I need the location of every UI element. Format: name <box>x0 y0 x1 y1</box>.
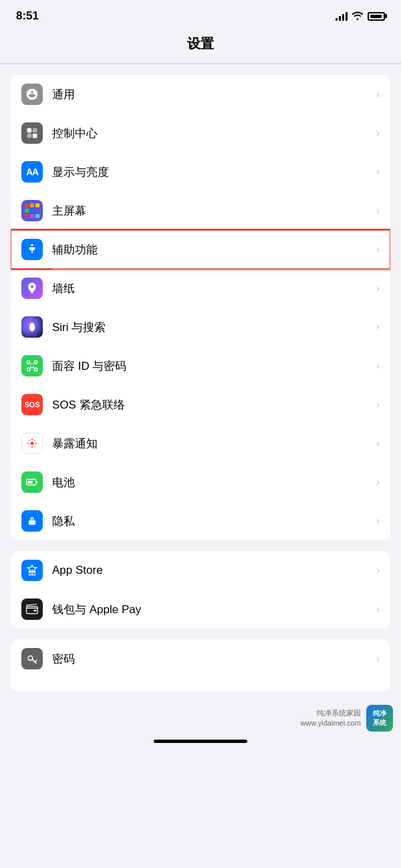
settings-row-general[interactable]: 通用 › <box>11 75 390 114</box>
general-chevron: › <box>376 88 380 100</box>
control-center-label: 控制中心 <box>52 126 371 141</box>
status-bar: 8:51 <box>0 0 401 29</box>
control-center-icon <box>21 122 43 144</box>
home-indicator <box>154 740 247 743</box>
accessibility-icon <box>21 239 43 260</box>
faceid-label: 面容 ID 与密码 <box>52 358 371 374</box>
watermark-text: 纯净系统家园 www.yidaimei.com <box>301 708 361 729</box>
settings-group-1: 通用 › 控制中心 › AA 显示与亮度 › <box>11 75 390 540</box>
faceid-icon <box>21 355 43 376</box>
status-time: 8:51 <box>16 9 39 23</box>
settings-row-faceid[interactable]: 面容 ID 与密码 › <box>11 346 390 385</box>
siri-icon <box>21 316 43 338</box>
svg-rect-3 <box>33 134 37 138</box>
exposure-label: 暴露通知 <box>52 436 371 451</box>
settings-row-display[interactable]: AA 显示与亮度 › <box>11 152 390 191</box>
svg-point-16 <box>27 443 29 445</box>
wallpaper-icon <box>21 278 43 299</box>
watermark-logo: 纯净系统 <box>366 705 393 732</box>
exposure-chevron: › <box>376 437 380 449</box>
display-label: 显示与亮度 <box>52 165 371 180</box>
privacy-icon <box>21 510 43 532</box>
accessibility-label: 辅助功能 <box>52 242 371 257</box>
settings-row-appstore[interactable]: App Store › <box>11 551 390 590</box>
wifi-icon <box>352 11 364 22</box>
watermark-line2: www.yidaimei.com <box>301 718 361 728</box>
svg-point-18 <box>29 440 30 441</box>
battery-icon <box>368 12 385 21</box>
signal-icon <box>336 11 348 21</box>
settings-group-2: App Store › 钱包与 Apple Pay › <box>11 551 390 629</box>
display-chevron: › <box>376 166 380 178</box>
password-label: 密码 <box>52 651 371 667</box>
svg-point-14 <box>31 439 33 441</box>
appstore-label: App Store <box>52 564 371 577</box>
page-title: 设置 <box>0 29 401 64</box>
appstore-chevron: › <box>376 564 380 576</box>
privacy-label: 隐私 <box>52 514 371 529</box>
svg-point-17 <box>35 443 37 445</box>
svg-point-13 <box>31 442 34 445</box>
settings-group-3: 密码 › <box>11 639 390 691</box>
settings-row-accessibility[interactable]: 辅助功能 › <box>11 230 390 269</box>
wallpaper-chevron: › <box>376 282 380 294</box>
svg-point-4 <box>31 244 33 246</box>
appstore-icon <box>21 560 43 581</box>
watermark: 纯净系统家园 www.yidaimei.com 纯净系统 <box>0 702 401 734</box>
settings-row-password[interactable]: 密码 › <box>11 639 390 678</box>
settings-row-wallet[interactable]: 钱包与 Apple Pay › <box>11 590 390 629</box>
homescreen-icon <box>21 200 43 221</box>
svg-rect-1 <box>33 128 37 133</box>
battery-row-icon <box>21 471 43 493</box>
sos-label: SOS 紧急联络 <box>52 397 371 413</box>
svg-rect-6 <box>27 361 30 364</box>
battery-label: 电池 <box>52 475 371 490</box>
watermark-line1: 纯净系统家园 <box>301 708 361 718</box>
password-chevron: › <box>376 653 380 665</box>
svg-point-20 <box>29 445 30 447</box>
svg-rect-0 <box>27 128 32 133</box>
exposure-icon <box>21 433 43 454</box>
svg-point-28 <box>28 656 33 661</box>
control-center-chevron: › <box>376 127 380 139</box>
settings-row-sos[interactable]: SOS SOS 紧急联络 › <box>11 385 390 424</box>
svg-rect-7 <box>34 361 37 364</box>
faceid-chevron: › <box>376 360 380 372</box>
sos-chevron: › <box>376 399 380 411</box>
svg-rect-2 <box>27 134 32 138</box>
privacy-chevron: › <box>376 515 380 527</box>
password-icon <box>21 648 43 669</box>
svg-point-15 <box>31 447 33 449</box>
settings-row-siri[interactable]: Siri 与搜索 › <box>11 308 390 346</box>
homescreen-label: 主屏幕 <box>52 203 371 219</box>
status-icons <box>336 11 385 22</box>
siri-chevron: › <box>376 321 380 333</box>
wallet-chevron: › <box>376 603 380 615</box>
settings-row-exposure[interactable]: 暴露通知 › <box>11 424 390 463</box>
settings-row-privacy[interactable]: 隐私 › <box>11 502 390 540</box>
svg-rect-23 <box>27 481 33 483</box>
svg-point-11 <box>30 364 31 365</box>
svg-point-12 <box>33 364 35 365</box>
wallet-icon <box>21 599 43 620</box>
sos-icon: SOS <box>21 394 43 415</box>
battery-chevron: › <box>376 476 380 488</box>
svg-point-21 <box>34 445 35 447</box>
wallet-label: 钱包与 Apple Pay <box>52 602 371 617</box>
svg-rect-27 <box>34 610 37 612</box>
general-label: 通用 <box>52 87 371 102</box>
svg-point-19 <box>34 440 35 441</box>
general-icon <box>21 84 43 105</box>
settings-row-battery[interactable]: 电池 › <box>11 463 390 502</box>
homescreen-chevron: › <box>376 205 380 217</box>
top-divider <box>0 64 401 64</box>
siri-label: Siri 与搜索 <box>52 320 371 335</box>
svg-rect-9 <box>34 368 37 370</box>
settings-row-control-center[interactable]: 控制中心 › <box>11 114 390 152</box>
accessibility-chevron: › <box>376 243 380 255</box>
display-icon: AA <box>21 161 43 183</box>
wallpaper-label: 墙纸 <box>52 281 371 296</box>
settings-row-homescreen[interactable]: 主屏幕 › <box>11 191 390 230</box>
svg-rect-8 <box>27 368 30 370</box>
settings-row-wallpaper[interactable]: 墙纸 › <box>11 269 390 308</box>
